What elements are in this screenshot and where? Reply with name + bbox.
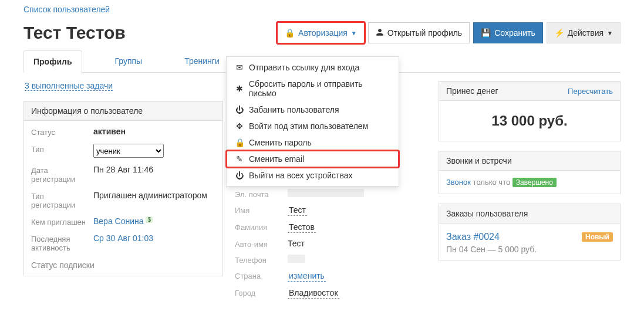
status-label: Статус	[31, 127, 90, 137]
last-name-value[interactable]: Тестов	[288, 222, 427, 233]
auth-item-ban-user[interactable]: ⏻ Забанить пользователя	[227, 101, 399, 118]
tab-profile[interactable]: Профиль	[23, 50, 82, 73]
breadcrumb-users-link[interactable]: Список пользователей	[23, 5, 110, 14]
caret-down-icon: ▼	[607, 30, 613, 36]
bolt-icon: ⚡	[554, 28, 564, 38]
done-tasks: 3 выполненные задачи	[25, 81, 223, 90]
mail-icon: ✉	[235, 63, 244, 72]
auth-item-send-link[interactable]: ✉ Отправить ссылку для входа	[227, 59, 399, 76]
done-tasks-link[interactable]: 3 выполненные задачи	[25, 81, 113, 91]
regtype-value: Приглашен администратором	[93, 191, 215, 209]
page-title: Тест Тестов	[23, 23, 274, 43]
autoname-value: Тест	[288, 239, 427, 249]
save-button[interactable]: 💾 Сохранить	[473, 22, 543, 43]
recalc-link[interactable]: Пересчитать	[568, 87, 613, 96]
auth-item-change-email[interactable]: ✎ Сменить email	[227, 151, 399, 167]
tab-groups[interactable]: Группы	[106, 50, 152, 72]
city-value[interactable]: Владивосток	[288, 287, 427, 299]
order-details: Пн 04 Сен — 5 000 руб.	[446, 245, 613, 254]
edit-icon: ✎	[235, 154, 244, 164]
actions-dropdown-button[interactable]: ⚡ Действия ▼	[547, 22, 621, 43]
power-icon: ⏻	[235, 105, 244, 114]
lastact-label: Последняя активность	[31, 233, 90, 252]
money-panel: Принес денег Пересчитать 13 000 руб.	[439, 81, 621, 141]
order-new-badge: Новый	[582, 232, 613, 242]
sub-status-label: Статус подписки	[31, 260, 215, 270]
auth-item-label: Сменить email	[249, 154, 304, 164]
asterisk-icon: ✱	[235, 84, 244, 93]
page-header: Тест Тестов 🔒 Авторизация ▼ Открытый про…	[23, 22, 621, 43]
call-status-badge: Завершено	[512, 178, 557, 187]
lock-icon: 🔒	[285, 28, 295, 38]
orders-panel-title: Заказы пользователя	[439, 204, 620, 224]
city-label: Город	[235, 287, 288, 299]
phone-label: Телефон	[235, 255, 288, 265]
power-icon: ⏻	[235, 171, 244, 180]
calls-panel-title: Звонки и встречи	[439, 151, 620, 171]
auth-item-logout-all[interactable]: ⏻ Выйти на всех устройствах	[227, 167, 399, 184]
autoname-label: Авто-имя	[235, 239, 288, 249]
money-panel-title: Принес денег	[446, 86, 498, 96]
first-name-value[interactable]: Тест	[288, 205, 427, 216]
last-name-label: Фамилия	[235, 222, 288, 233]
orders-panel: Заказы пользователя Заказ #0024 Новый Пн…	[439, 204, 621, 260]
type-label: Тип	[31, 144, 90, 158]
move-icon: ✥	[235, 121, 244, 131]
lock-icon: 🔒	[235, 138, 244, 147]
auth-dropdown-menu: ✉ Отправить ссылку для входа ✱ Сбросить …	[226, 56, 399, 187]
auth-item-label: Отправить ссылку для входа	[249, 63, 359, 72]
regdate-label: Дата регистрации	[31, 165, 90, 184]
calls-panel: Звонки и встречи Звонок только что Завер…	[439, 151, 621, 194]
save-label: Сохранить	[494, 28, 535, 38]
money-amount: 13 000 руб.	[446, 107, 613, 135]
auth-item-impersonate[interactable]: ✥ Войти под этим пользователем	[227, 118, 399, 134]
type-value: ученик	[93, 144, 215, 158]
user-info-panel-title: Информация о пользователе	[24, 101, 222, 121]
auth-item-reset-password[interactable]: ✱ Сбросить пароль и отправить письмо	[227, 76, 399, 101]
call-when: только что	[473, 178, 511, 187]
invitedby-link[interactable]: Вера Сонина	[93, 216, 144, 226]
invitedby-value: Вера Сонина $	[93, 216, 215, 226]
auth-item-label: Забанить пользователя	[249, 105, 339, 114]
first-name-label: Имя	[235, 205, 288, 216]
auth-item-label: Выйти на всех устройствах	[249, 171, 353, 180]
call-link[interactable]: Звонок	[446, 178, 471, 187]
lastact-value: Ср 30 Авг 01:03	[93, 233, 215, 252]
order-link[interactable]: Заказ #0024	[446, 232, 500, 242]
invitedby-label: Кем приглашен	[31, 216, 90, 226]
auth-item-label: Сменить пароль	[249, 138, 312, 147]
caret-down-icon: ▼	[351, 30, 357, 36]
regtype-label: Тип регистрации	[31, 191, 90, 209]
phone-value	[288, 255, 427, 265]
type-select[interactable]: ученик	[93, 144, 164, 158]
status-value: активен	[93, 127, 215, 137]
money-badge-icon: $	[146, 216, 153, 223]
auth-item-change-password[interactable]: 🔒 Сменить пароль	[227, 134, 399, 151]
auth-dropdown-button[interactable]: 🔒 Авторизация ▼	[277, 22, 365, 43]
auth-item-label: Войти под этим пользователем	[249, 121, 368, 131]
country-value[interactable]: изменить	[288, 270, 427, 282]
save-icon: 💾	[481, 28, 491, 38]
open-profile-button[interactable]: Открытый профиль	[368, 22, 470, 43]
open-profile-label: Открытый профиль	[387, 28, 462, 38]
auth-item-label: Сбросить пароль и отправить письмо	[249, 79, 390, 98]
person-icon	[376, 28, 384, 38]
breadcrumb: Список пользователей	[23, 0, 621, 19]
email-value	[288, 189, 427, 199]
regdate-value: Пн 28 Авг 11:46	[93, 165, 215, 184]
actions-label: Действия	[568, 28, 603, 38]
country-label: Страна	[235, 270, 288, 282]
auth-label: Авторизация	[298, 28, 348, 38]
user-info-panel: Информация о пользователе Статус активен…	[23, 101, 223, 276]
lastact-link[interactable]: Ср 30 Авг 01:03	[93, 233, 153, 243]
tab-trainings[interactable]: Тренинги	[175, 50, 229, 72]
email-label: Эл. почта	[235, 189, 288, 199]
